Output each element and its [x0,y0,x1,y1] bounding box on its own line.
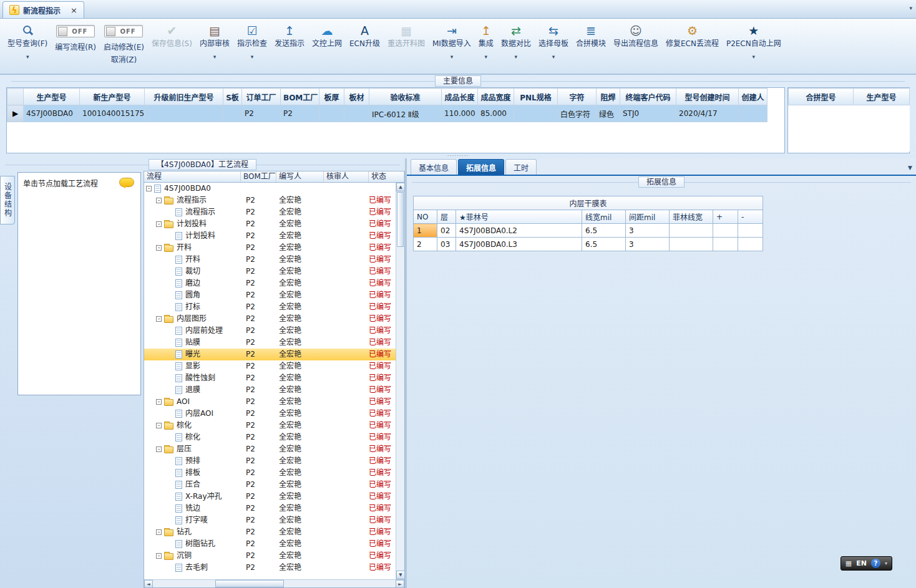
film-col-film-no[interactable]: ★菲林号 [456,210,582,224]
toolbar-button[interactable]: ↥ 集成 ▾ [475,22,497,61]
tree-row[interactable]: - 4S7J00BDA0 [144,183,396,195]
main-column-header[interactable]: 成品宽度 [478,89,514,105]
main-cell[interactable]: STJ0 [620,105,676,122]
tree-row[interactable]: - 流程指示 P2 全宏艳 已编写 [144,195,396,206]
toolbar-button[interactable]: ★ P2ECN自动上网 ▾ [723,22,785,61]
toolbar-button[interactable]: ↥ 发送指示 ▾ [271,22,308,61]
scroll-down-icon[interactable]: ▼ [396,571,405,579]
tree-row[interactable]: - 开料 P2 全宏艳 已编写 [144,242,396,254]
main-column-header[interactable]: 生产型号 [24,89,80,105]
main-cell[interactable]: P2 [242,105,281,122]
main-column-header[interactable]: 板材 [344,89,369,105]
main-column-header[interactable]: 验收标准 [369,89,442,105]
toolbar-button[interactable]: ⇄ 数据对比 ▾ [497,22,535,61]
main-cell[interactable] [739,105,767,122]
tree-row[interactable]: - 计划投料 P2 全宏艳 已编写 [144,218,396,230]
scroll-right-icon[interactable]: ► [396,580,404,588]
main-cell[interactable]: 2020/4/17 [676,105,739,122]
main-cell[interactable]: 85.000 [478,105,514,122]
main-cell[interactable] [145,105,223,122]
model-query-button[interactable]: 型号查询(F) ▾ [4,22,51,61]
film-col-minus[interactable]: - [738,210,763,224]
tab-new-process-instruction[interactable]: ϟ 新流程指示 × [2,1,84,18]
tree-row[interactable]: - AOI P2 全宏艳 已编写 [144,396,396,408]
main-column-header[interactable]: S板 [223,89,242,105]
collapse-icon[interactable]: - [156,221,162,227]
film-col-spacing[interactable]: 间距mil [626,210,670,224]
main-column-header[interactable]: 升级前旧生产型号 [145,89,223,105]
tree-row[interactable]: - 内层AOI P2 全宏艳 已编写 [144,408,396,420]
tree-column-writer[interactable]: 编写人 [276,171,324,182]
tree-row[interactable]: - 树脂钻孔 P2 全宏艳 已编写 [144,538,396,550]
dropdown-arrow-icon[interactable]: ▾ [251,54,254,61]
toolbar-button[interactable]: A ECN升级 ▾ [346,22,384,61]
write-flow-toggle[interactable]: OFF [56,25,95,37]
tree-row[interactable]: - 磨边 P2 全宏艳 已编写 [144,277,396,289]
toolbar-button[interactable]: ▦ 重选开料图 ▾ [384,22,429,61]
tree-row[interactable]: - 去毛刺 P2 全宏艳 已编写 [144,562,396,574]
main-column-header[interactable]: 板厚 [319,89,344,105]
tree-row[interactable]: - 内层图形 P2 全宏艳 已编写 [144,313,396,325]
dropdown-arrow-icon[interactable]: ▾ [485,54,488,61]
film-col-plus[interactable]: + [713,210,738,224]
language-bar[interactable]: ▦ EN ? ▾ [840,556,892,571]
toolbar-button[interactable]: ☑ 指示检查 ▾ [233,22,271,61]
tree-column-bom-factory[interactable]: BOM工厂 [241,171,276,182]
tab-device-structure[interactable]: 设备结构 [0,176,15,224]
tree-row[interactable]: - 压合 P2 全宏艳 已编写 [144,479,396,491]
tree-row[interactable]: - 退膜 P2 全宏艳 已编写 [144,384,396,396]
tree-row[interactable]: - 排板 P2 全宏艳 已编写 [144,467,396,479]
main-column-header[interactable]: BOM工厂 [281,89,319,105]
toolbar-button[interactable]: ≣ 合拼模块 ▾ [572,22,610,61]
toolbar-button[interactable]: ▤ 内部审核 ▾ [196,22,233,61]
main-cell[interactable]: 10010400151759 [80,105,145,122]
tree-row[interactable]: - 显影 P2 全宏艳 已编写 [144,360,396,372]
main-cell[interactable] [223,105,242,122]
tree-row[interactable]: - 开料 P2 全宏艳 已编写 [144,254,396,266]
collapse-icon[interactable]: - [156,198,162,203]
horizontal-splitter[interactable]: ········· [0,153,916,158]
write-flow-button[interactable]: 编写流程(R) [55,42,96,52]
merge-model-column-header[interactable]: 合拼型号 [789,89,854,105]
main-column-header[interactable]: PNL规格 [514,89,558,105]
tree-row[interactable]: - 内层前处理 P2 全宏艳 已编写 [144,325,396,337]
collapse-icon[interactable]: - [156,423,162,428]
film-col-film-width[interactable]: 菲林线宽 [670,210,713,224]
window-menu-icon[interactable]: ▾ [909,5,912,11]
tree-row[interactable]: - X-Ray冲孔 P2 全宏艳 已编写 [144,491,396,503]
tab-overflow-arrow-icon[interactable]: ▼ [908,165,912,171]
tree-row[interactable]: - 预排 P2 全宏艳 已编写 [144,455,396,467]
tree-row[interactable]: - 流程指示 P2 全宏艳 已编写 [144,206,396,218]
film-table-row[interactable]: 2 03 4S7J00BDA0.L3 6.5 3 [414,238,763,251]
main-column-header[interactable]: 新生产型号 [80,89,145,105]
tree-row[interactable]: - 打字唛 P2 全宏艳 已编写 [144,514,396,526]
tree-row[interactable]: - 计划投料 P2 全宏艳 已编写 [144,230,396,242]
horizontal-scroll-thumb[interactable] [215,580,284,587]
scroll-up-icon[interactable]: ▲ [396,183,405,191]
tree-row[interactable]: - 圆角 P2 全宏艳 已编写 [144,289,396,301]
main-table-data-row[interactable]: ▶ 4S7J00BDA010010400151759P2P2IPC-6012 Ⅱ… [7,105,767,122]
main-cell[interactable]: 白色字符 [558,105,597,122]
main-cell[interactable]: 4S7J00BDA0 [24,105,80,122]
film-table-row[interactable]: 1 02 4S7J00BDA0.L2 6.5 3 [414,224,763,238]
info-tab[interactable]: 工时 [505,159,537,175]
tree-row[interactable]: - 酸性蚀刻 P2 全宏艳 已编写 [144,372,396,384]
tree-column-flow[interactable]: 流程 [144,171,241,182]
tree-row[interactable]: - 钻孔 P2 全宏艳 已编写 [144,526,396,538]
tree-row[interactable]: - 棕化 P2 全宏艳 已编写 [144,420,396,431]
main-column-header[interactable]: 终端客户代码 [620,89,676,105]
info-tab[interactable]: 基本信息 [411,159,457,175]
toolbar-button[interactable]: ☺ 导出流程信息 ▾ [610,22,662,61]
tree-row[interactable]: - 打标 P2 全宏艳 已编写 [144,301,396,313]
collapse-icon[interactable]: - [156,399,162,405]
tree-row[interactable]: - 贴膜 P2 全宏艳 已编写 [144,337,396,349]
main-cell[interactable] [514,105,558,122]
options-icon[interactable]: ▾ [885,561,887,566]
prod-model-column-header[interactable]: 生产型号 [854,89,910,105]
film-col-no[interactable]: NO [414,210,437,224]
collapse-icon[interactable]: - [156,245,162,251]
tree-column-auditor[interactable]: 核审人 [324,171,369,182]
dropdown-arrow-icon[interactable]: ▾ [451,54,454,61]
tree-horizontal-scrollbar[interactable]: ◄ ► [144,579,404,587]
collapse-icon[interactable]: - [156,446,162,452]
